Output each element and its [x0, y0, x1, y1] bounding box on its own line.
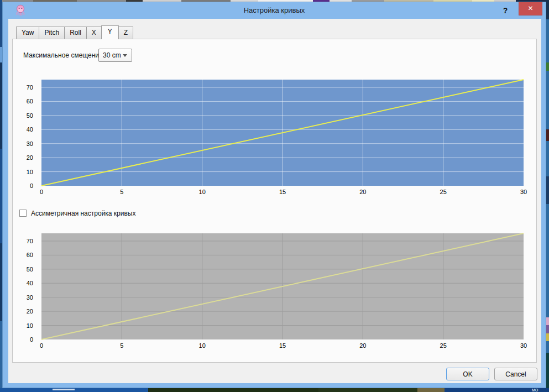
response-curve-chart-active[interactable]: 010203040506070051015202530	[18, 79, 535, 206]
desktop-icon-label-fragment: МО	[532, 388, 538, 392]
chevron-down-icon	[123, 54, 127, 57]
svg-text:0: 0	[40, 189, 43, 195]
tab-x[interactable]: X	[86, 27, 102, 39]
desktop-edge-right	[546, 0, 549, 392]
svg-text:30: 30	[520, 342, 527, 349]
dialog-client-area: Yaw Pitch Roll X Y Z Максимальное смещен…	[8, 19, 541, 383]
svg-text:40: 40	[27, 126, 33, 133]
svg-text:5: 5	[120, 342, 123, 349]
ok-button[interactable]: OK	[446, 368, 489, 380]
svg-text:50: 50	[27, 112, 33, 119]
svg-text:20: 20	[359, 189, 366, 195]
svg-text:20: 20	[27, 308, 33, 315]
max-offset-selected-value: 30 cm	[103, 49, 121, 61]
svg-text:0: 0	[30, 182, 33, 189]
cancel-button[interactable]: Cancel	[494, 368, 537, 380]
close-button[interactable]: ✕	[519, 2, 542, 15]
curves-settings-dialog: Настройка кривых ? ✕ Yaw Pitch Roll X Y …	[2, 2, 546, 388]
tab-yaw[interactable]: Yaw	[16, 27, 39, 39]
svg-text:40: 40	[27, 280, 33, 286]
svg-text:10: 10	[27, 169, 33, 175]
svg-text:20: 20	[27, 154, 33, 161]
svg-text:50: 50	[27, 266, 33, 273]
svg-text:10: 10	[27, 322, 33, 329]
help-button[interactable]: ?	[499, 4, 511, 17]
svg-text:15: 15	[279, 342, 286, 349]
asymmetric-checkbox[interactable]	[19, 210, 27, 217]
svg-text:70: 70	[27, 84, 33, 91]
svg-text:15: 15	[279, 189, 286, 195]
svg-text:70: 70	[27, 238, 33, 244]
tab-page-y: Максимальное смещение 30 cm 010203040506…	[12, 39, 537, 363]
asymmetric-checkbox-label: Ассиметричная настройка кривых	[31, 209, 136, 218]
svg-text:30: 30	[27, 294, 33, 301]
max-offset-label: Максимальное смещение	[23, 51, 103, 60]
response-curve-chart-disabled: 010203040506070051015202530	[18, 232, 535, 359]
max-offset-select[interactable]: 30 cm	[98, 49, 132, 62]
svg-text:0: 0	[40, 342, 43, 349]
svg-text:10: 10	[199, 342, 206, 349]
desktop-edge-bottom: МО	[0, 388, 549, 392]
svg-text:30: 30	[520, 189, 527, 195]
desktop-icon-label-fragment	[53, 389, 75, 390]
svg-text:60: 60	[27, 252, 33, 258]
tab-roll[interactable]: Roll	[64, 27, 87, 39]
svg-text:0: 0	[30, 336, 33, 343]
tab-y[interactable]: Y	[101, 25, 119, 39]
svg-text:25: 25	[440, 342, 447, 349]
screen: МО Настройка кривых ? ✕ Yaw Pitch Roll	[0, 0, 549, 392]
svg-text:25: 25	[440, 189, 447, 195]
tab-z[interactable]: Z	[118, 27, 133, 39]
window-title: Настройка кривых	[3, 2, 546, 19]
svg-text:30: 30	[27, 140, 33, 147]
svg-text:10: 10	[199, 189, 206, 195]
svg-text:5: 5	[120, 189, 123, 195]
tab-bar: Yaw Pitch Roll X Y Z	[16, 25, 133, 39]
svg-text:20: 20	[359, 342, 366, 349]
tab-pitch[interactable]: Pitch	[39, 27, 65, 39]
close-icon: ✕	[519, 2, 542, 15]
titlebar[interactable]: Настройка кривых ? ✕	[3, 2, 546, 19]
svg-text:60: 60	[27, 98, 33, 104]
